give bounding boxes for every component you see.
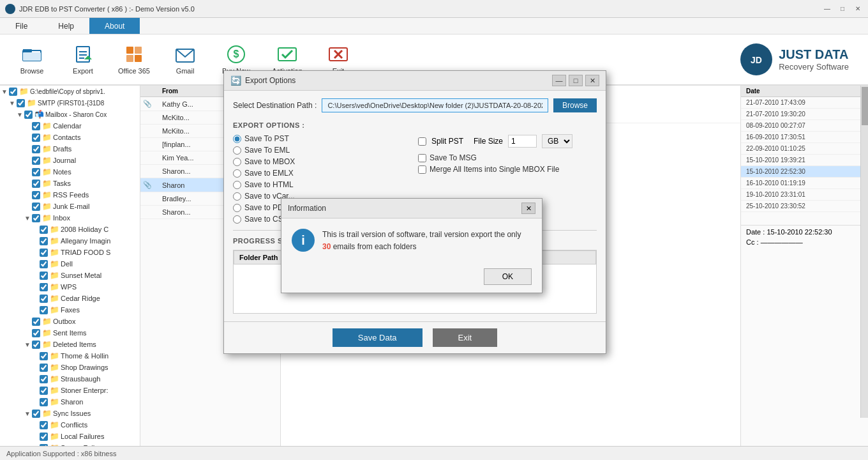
date-list: Date 21-07-2010 17:43:09 21-07-2010 19:3… (740, 86, 868, 446)
detail-cc-label: Cc : (746, 238, 759, 246)
sidebar-subitem-straus[interactable]: 📁 Strausbaugh (0, 373, 140, 385)
sidebar-item-root[interactable]: ▼ 📁 G:\edbfile\Copy of sbpriv1. (0, 86, 140, 97)
minimize-button[interactable]: — (822, 4, 832, 14)
sidebar-subitem-conflicts[interactable]: 📁 Conflicts (0, 419, 140, 431)
sidebar-subitem-sunset[interactable]: 📁 Sunset Metal (0, 270, 140, 281)
sidebar-item-outbox[interactable]: 📁 Outbox (0, 316, 140, 327)
sidebar-label: Faxes (61, 306, 80, 314)
export-dialog-title: Export Options (245, 76, 296, 85)
folder-icon: 📁 (50, 248, 59, 257)
sidebar-item-journal[interactable]: 📁 Journal (0, 155, 140, 166)
sidebar-item-inbox[interactable]: ▼ 📁 Inbox (0, 212, 140, 224)
maximize-button[interactable]: □ (837, 4, 848, 14)
exit-icon (328, 44, 348, 65)
menu-help[interactable]: Help (43, 18, 89, 34)
sidebar-subitem-cedar[interactable]: 📁 Cedar Ridge (0, 293, 140, 304)
browse-dialog-button[interactable]: Browse (553, 98, 597, 112)
dialog-close-button[interactable]: ✕ (585, 75, 599, 86)
sidebar-item-junk[interactable]: 📁 Junk E-mail (0, 201, 140, 212)
sidebar-subitem-thome[interactable]: 📁 Thome & Hollin (0, 350, 140, 362)
date-row[interactable]: 25-10-2010 23:30:52 (741, 201, 868, 212)
scrollbar-thumb[interactable] (862, 87, 868, 125)
split-row: Split PST File Size GB MB (418, 134, 597, 148)
folder-icon: 📁 (50, 271, 59, 280)
info-message-part1: This is trail version of software, trail… (322, 230, 521, 239)
folder-icon: 📁 (42, 133, 51, 142)
dialog-minimize-button[interactable]: — (552, 75, 566, 86)
date-row[interactable]: 08-09-2010 00:27:07 (741, 120, 868, 132)
sidebar-item-sync[interactable]: ▼ 📁 Sync Issues (0, 408, 140, 419)
sidebar-subitem-sharon[interactable]: 📁 Sharon (0, 396, 140, 408)
gmail-button[interactable]: Gmail (160, 37, 211, 82)
option-html[interactable]: Save to HTML (233, 180, 412, 189)
sidebar-item-mailbox[interactable]: ▼ 📬 Mailbox - Sharon Cox (0, 109, 140, 120)
menu-about[interactable]: About (89, 18, 140, 34)
folder-icon: 📁 (42, 167, 51, 176)
option-pst[interactable]: Save To PST (233, 134, 412, 143)
scrollbar[interactable] (860, 86, 868, 418)
sidebar-item-deleted[interactable]: ▼ 📁 Deleted Items (0, 339, 140, 350)
sidebar-label: Junk E-mail (53, 203, 89, 210)
sidebar-item-contacts[interactable]: 📁 Contacts (0, 132, 140, 143)
logo-icon: JD (740, 43, 772, 75)
sidebar-subitem-allegany[interactable]: 📁 Allegany Imagin (0, 235, 140, 247)
split-unit-select[interactable]: GB MB (542, 134, 572, 148)
sidebar-item-smtp[interactable]: ▼ 📁 SMTP (FIRST01-{31D8 (0, 97, 140, 109)
browse-button[interactable]: Browse (6, 37, 57, 82)
export-button[interactable]: Export (57, 37, 108, 82)
info-dialog-close[interactable]: ✕ (521, 203, 535, 214)
date-row[interactable]: 16-09-2010 17:30:51 (741, 132, 868, 143)
sidebar-subitem-triad[interactable]: 📁 TRIAD FOOD S (0, 247, 140, 258)
date-row[interactable]: 16-10-2010 01:19:19 (741, 178, 868, 189)
sidebar-subitem-holiday[interactable]: 📁 2008 Holiday C (0, 224, 140, 235)
folder-icon: 📁 (42, 144, 51, 153)
exit-dialog-button[interactable]: Exit (433, 328, 498, 347)
title-bar: JDR EDB to PST Converter ( x86 ) :- Demo… (0, 0, 868, 18)
ok-button[interactable]: OK (484, 268, 532, 285)
app-icon (5, 4, 15, 14)
email-sender: Kathy G... (162, 100, 227, 108)
sidebar-subitem-dell[interactable]: 📁 Dell (0, 258, 140, 270)
option-eml[interactable]: Save To EML (233, 146, 412, 155)
date-row[interactable]: 15-10-2010 19:39:21 (741, 155, 868, 166)
date-row[interactable]: 21-07-2010 17:43:09 (741, 97, 868, 109)
split-pst-checkbox[interactable] (418, 137, 426, 146)
close-button[interactable]: ✕ (853, 4, 863, 14)
svg-marker-8 (84, 56, 92, 59)
sidebar-item-rss[interactable]: 📁 RSS Feeds (0, 189, 140, 201)
folder-icon: 📁 (42, 409, 51, 418)
office365-button[interactable]: Office 365 (108, 37, 160, 82)
sidebar-label: Server Failures (61, 444, 108, 446)
split-size-input[interactable] (508, 135, 537, 148)
date-row[interactable]: 21-07-2010 19:30:20 (741, 109, 868, 120)
sidebar-item-sent[interactable]: 📁 Sent Items (0, 327, 140, 339)
sidebar-subitem-faxes[interactable]: 📁 Faxes (0, 304, 140, 316)
date-row[interactable]: 22-09-2010 01:10:25 (741, 143, 868, 155)
option-mbox[interactable]: Save to MBOX (233, 157, 412, 166)
option-mbox-single[interactable]: Merge All Items into Single MBOX File (418, 165, 597, 174)
sidebar-subitem-stoner[interactable]: 📁 Stoner Enterpr: (0, 385, 140, 396)
dialog-maximize-button[interactable]: □ (569, 75, 583, 86)
svg-text:$: $ (234, 49, 239, 59)
option-msg[interactable]: Save To MSG (418, 153, 597, 162)
sidebar-label: 2008 Holiday C (61, 226, 108, 233)
sidebar-subitem-local[interactable]: 📁 Local Failures (0, 431, 140, 442)
date-row[interactable]: 15-10-2010 22:52:30 (741, 166, 868, 178)
date-row[interactable]: 19-10-2010 23:31:01 (741, 189, 868, 201)
menu-file[interactable]: File (0, 18, 43, 34)
sidebar-subitem-server[interactable]: 📁 Server Failures (0, 442, 140, 446)
sidebar-subitem-shop[interactable]: 📁 Shop Drawings (0, 362, 140, 373)
sidebar-item-calendar[interactable]: 📁 Calendar (0, 120, 140, 132)
sidebar-item-tasks[interactable]: 📁 Tasks (0, 178, 140, 189)
save-data-button[interactable]: Save Data (333, 328, 423, 347)
path-input[interactable] (322, 98, 548, 112)
info-message-part2: emails from each folders (331, 242, 416, 251)
sidebar-item-drafts[interactable]: 📁 Drafts (0, 143, 140, 155)
sidebar-subitem-wps[interactable]: 📁 WPS (0, 281, 140, 293)
detail-cc-value: —————— (761, 238, 803, 246)
detail-date-value: 15-10-2010 22:52:30 (767, 228, 832, 236)
sidebar-label: Calendar (53, 122, 82, 130)
option-emlx[interactable]: Save to EMLX (233, 169, 412, 178)
sidebar-item-notes[interactable]: 📁 Notes (0, 166, 140, 178)
sidebar-label: WPS (61, 283, 77, 291)
